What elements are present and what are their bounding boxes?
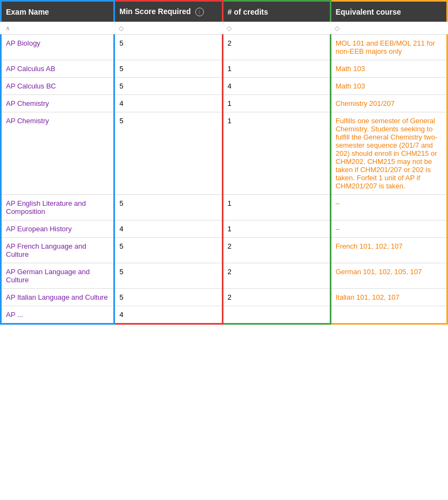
ap-credits-table: Exam Name Min Score Required i # of cred… bbox=[0, 0, 448, 325]
table-row: AP Chemistry41Chemistry 201/207 bbox=[1, 95, 447, 112]
equivalent-text: Chemistry 201/207 bbox=[336, 99, 395, 107]
cell-exam-name: AP Biology bbox=[1, 35, 114, 60]
exam-link[interactable]: AP Calculus BC bbox=[6, 82, 56, 90]
equivalent-text: Fulfills one semester of General Chemist… bbox=[336, 117, 438, 190]
cell-credits: 1 bbox=[222, 95, 330, 112]
equivalent-text: French 101, 102, 107 bbox=[336, 242, 403, 250]
cell-credits: 1 bbox=[222, 220, 330, 238]
cell-min-score: 5 bbox=[114, 35, 222, 60]
exam-link[interactable]: AP Calculus AB bbox=[6, 65, 55, 73]
cell-credits: 2 bbox=[222, 289, 330, 306]
cell-min-score: 5 bbox=[114, 195, 222, 220]
cell-equivalent: Italian 101, 102, 107 bbox=[330, 289, 447, 306]
cell-min-score: 5 bbox=[114, 238, 222, 263]
equivalent-text: MOL 101 and EEB/MOL 211 for non-EEB majo… bbox=[336, 39, 435, 55]
cell-min-score: 5 bbox=[114, 263, 222, 289]
header-min-score: Min Score Required i bbox=[114, 1, 222, 22]
equivalent-text: – bbox=[336, 199, 340, 207]
cell-min-score: 4 bbox=[114, 220, 222, 238]
cell-min-score: 5 bbox=[114, 112, 222, 195]
cell-exam-name: AP Italian Language and Culture bbox=[1, 289, 114, 306]
equivalent-text: German 101, 102, 105, 107 bbox=[336, 268, 422, 276]
cell-credits: 2 bbox=[222, 35, 330, 60]
equivalent-text: – bbox=[336, 225, 340, 233]
table-row: AP ...4 bbox=[1, 306, 447, 324]
cell-exam-name: AP German Language and Culture bbox=[1, 263, 114, 289]
cell-equivalent: Fulfills one semester of General Chemist… bbox=[330, 112, 447, 195]
cell-equivalent: German 101, 102, 105, 107 bbox=[330, 263, 447, 289]
exam-link[interactable]: AP European History bbox=[6, 225, 72, 233]
table-row: AP Calculus AB51Math 103 bbox=[1, 60, 447, 78]
cell-equivalent: Math 103 bbox=[330, 60, 447, 78]
table-row: AP English Literature and Composition51– bbox=[1, 195, 447, 220]
cell-equivalent: Math 103 bbox=[330, 78, 447, 95]
cell-exam-name: AP Calculus BC bbox=[1, 78, 114, 95]
exam-link[interactable]: AP Italian Language and Culture bbox=[6, 293, 108, 301]
cell-credits: 4 bbox=[222, 78, 330, 95]
equivalent-text: Math 103 bbox=[336, 82, 365, 90]
cell-equivalent: – bbox=[330, 195, 447, 220]
cell-exam-name: AP ... bbox=[1, 306, 114, 324]
table-row: AP European History41– bbox=[1, 220, 447, 238]
cell-exam-name: AP English Literature and Composition bbox=[1, 195, 114, 220]
cell-credits: 2 bbox=[222, 238, 330, 263]
equivalent-text: Math 103 bbox=[336, 65, 365, 73]
cell-exam-name: AP French Language and Culture bbox=[1, 238, 114, 263]
cell-min-score: 5 bbox=[114, 289, 222, 306]
table-row: AP French Language and Culture52French 1… bbox=[1, 238, 447, 263]
table-row: AP German Language and Culture52German 1… bbox=[1, 263, 447, 289]
cell-min-score: 5 bbox=[114, 60, 222, 78]
exam-link[interactable]: AP ... bbox=[6, 311, 23, 319]
cell-credits: 1 bbox=[222, 195, 330, 220]
table-header-row: Exam Name Min Score Required i # of cred… bbox=[1, 1, 447, 22]
cell-exam-name: AP Chemistry bbox=[1, 112, 114, 195]
sort-credits[interactable]: ◇ bbox=[222, 22, 330, 35]
cell-equivalent: Chemistry 201/207 bbox=[330, 95, 447, 112]
sort-icons-row: ∧ ◇ ◇ ◇ bbox=[1, 22, 447, 35]
cell-credits: 1 bbox=[222, 60, 330, 78]
cell-exam-name: AP Chemistry bbox=[1, 95, 114, 112]
table-row: AP Chemistry51Fulfills one semester of G… bbox=[1, 112, 447, 195]
cell-equivalent: MOL 101 and EEB/MOL 211 for non-EEB majo… bbox=[330, 35, 447, 60]
cell-exam-name: AP Calculus AB bbox=[1, 60, 114, 78]
table-body: AP Biology52MOL 101 and EEB/MOL 211 for … bbox=[1, 35, 447, 324]
cell-min-score: 5 bbox=[114, 78, 222, 95]
table-row: AP Calculus BC54Math 103 bbox=[1, 78, 447, 95]
main-table-wrapper: Exam Name Min Score Required i # of cred… bbox=[0, 0, 448, 325]
cell-equivalent: – bbox=[330, 220, 447, 238]
cell-min-score: 4 bbox=[114, 306, 222, 324]
exam-link[interactable]: AP German Language and Culture bbox=[6, 268, 89, 284]
sort-exam[interactable]: ∧ bbox=[1, 22, 114, 35]
sort-equiv[interactable]: ◇ bbox=[330, 22, 447, 35]
cell-credits: 2 bbox=[222, 263, 330, 289]
table-row: AP Biology52MOL 101 and EEB/MOL 211 for … bbox=[1, 35, 447, 60]
min-score-info-icon[interactable]: i bbox=[195, 8, 204, 16]
exam-link[interactable]: AP Biology bbox=[6, 39, 40, 47]
cell-equivalent bbox=[330, 306, 447, 324]
header-credits: # of credits bbox=[222, 1, 330, 22]
exam-link[interactable]: AP Chemistry bbox=[6, 117, 49, 125]
header-exam-name: Exam Name bbox=[1, 1, 114, 22]
exam-link[interactable]: AP French Language and Culture bbox=[6, 242, 86, 258]
equivalent-text: Italian 101, 102, 107 bbox=[336, 293, 400, 301]
cell-equivalent: French 101, 102, 107 bbox=[330, 238, 447, 263]
cell-min-score: 4 bbox=[114, 95, 222, 112]
exam-link[interactable]: AP English Literature and Composition bbox=[6, 199, 86, 216]
table-row: AP Italian Language and Culture52Italian… bbox=[1, 289, 447, 306]
sort-min[interactable]: ◇ bbox=[114, 22, 222, 35]
exam-link[interactable]: AP Chemistry bbox=[6, 99, 49, 107]
header-equivalent: Equivalent course bbox=[330, 1, 447, 22]
cell-exam-name: AP European History bbox=[1, 220, 114, 238]
cell-credits: 1 bbox=[222, 112, 330, 195]
cell-credits bbox=[222, 306, 330, 324]
